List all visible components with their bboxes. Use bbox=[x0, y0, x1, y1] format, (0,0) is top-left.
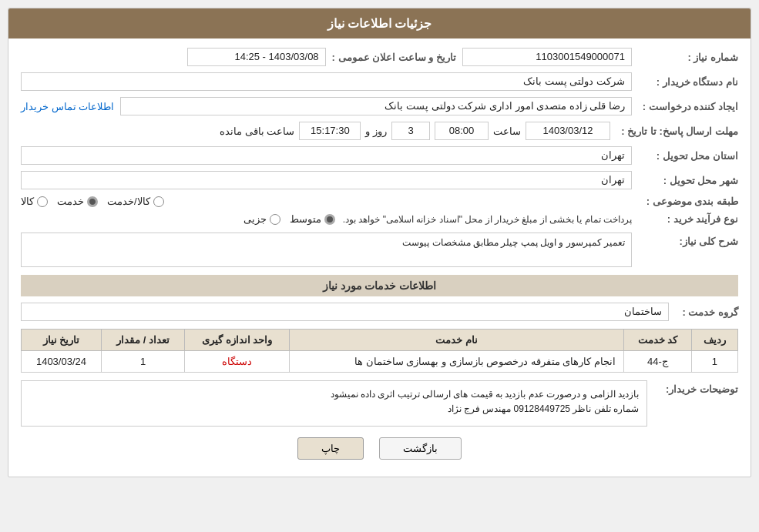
groupeKhadamat-label: گروه خدمت : bbox=[669, 306, 738, 318]
deadline-time-label: ساعت bbox=[493, 125, 521, 137]
button-row: بازگشت چاپ bbox=[21, 437, 738, 467]
contact-link[interactable]: اطلاعات تماس خریدار bbox=[21, 101, 114, 112]
radio-circle-kala bbox=[37, 196, 48, 207]
cell-vahed: دستگاه bbox=[185, 351, 289, 373]
taarikho-saaat-label: تاریخ و ساعت اعلان عمومی : bbox=[332, 52, 456, 63]
table-row: 1ج-44انجام کارهای متفرقه درخصوص بازسازی … bbox=[22, 351, 738, 373]
cell-kod: ج-44 bbox=[624, 351, 692, 373]
category-radio-group: کالا/خدمت خدمت کالا bbox=[21, 196, 632, 207]
services-table: ردیف کد خدمت نام خدمت واحد اندازه گیری ت… bbox=[21, 329, 738, 373]
col-name: نام خدمت bbox=[289, 330, 623, 351]
radio-circle-jozyi bbox=[270, 214, 280, 225]
radio-circle-khadamat bbox=[87, 196, 98, 207]
namDastgah-label: نام دستگاه خریدار : bbox=[638, 76, 738, 88]
farayand-note: پرداخت تمام یا بخشی از مبلغ خریدار از مح… bbox=[343, 214, 632, 225]
shahr-label: شهر محل تحویل : bbox=[638, 175, 738, 186]
cell-tedad: 1 bbox=[101, 351, 184, 373]
radio-kala[interactable]: کالا bbox=[21, 196, 48, 207]
radio-motavasset[interactable]: متوسط bbox=[290, 213, 335, 225]
groupeKhadamat-value: ساختمان bbox=[21, 303, 669, 321]
shahr-value: تهران bbox=[21, 171, 632, 189]
taarikho-saaat-value: 1403/03/08 - 14:25 bbox=[187, 48, 326, 66]
tarikhebandi-label: طبقه بندی موضوعی : bbox=[638, 196, 738, 207]
col-tedad: تعداد / مقدار bbox=[101, 330, 184, 351]
deadline-days-label: روز و bbox=[365, 125, 387, 137]
deadline-days: 3 bbox=[391, 122, 430, 140]
radio-label-kala: کالا bbox=[21, 196, 34, 207]
shomareNiaz-value: 1103001549000071 bbox=[462, 48, 632, 66]
shomareNiaz-label: شماره نیاز : bbox=[638, 52, 738, 63]
ijadKonande-label: ایجاد کننده درخواست : bbox=[638, 101, 738, 112]
cell-tarikh: 1403/03/24 bbox=[22, 351, 102, 373]
back-button[interactable]: بازگشت bbox=[379, 437, 462, 460]
radio-label-motavasset: متوسط bbox=[290, 213, 321, 225]
deadline-remaining-label: ساعت باقی مانده bbox=[220, 125, 294, 137]
ostan-value: تهران bbox=[21, 146, 632, 165]
col-vahed: واحد اندازه گیری bbox=[185, 330, 289, 351]
deadline-date: 1403/03/12 bbox=[526, 122, 610, 140]
radio-label-kala-khadamat: کالا/خدمت bbox=[107, 196, 150, 207]
noeFarayand-label: نوع فرآیند خرید : bbox=[638, 213, 738, 225]
ijadKonande-value: رضا قلی زاده متصدی امور اداری شرکت دولتی… bbox=[120, 97, 632, 115]
buyer-notes-value: بازدید الزامی و درصورت عدم بازدید به قیم… bbox=[21, 380, 647, 427]
buyer-notes-label: توضیحات خریدار: bbox=[653, 380, 738, 395]
cell-name: انجام کارهای متفرقه درخصوص بازسازی و بهس… bbox=[289, 351, 623, 373]
col-radif: ردیف bbox=[691, 330, 737, 351]
radio-jozyi[interactable]: جزیی bbox=[243, 213, 280, 225]
deadline-time: 08:00 bbox=[435, 122, 489, 140]
col-kod: کد خدمت bbox=[624, 330, 692, 351]
radio-kala-khadamat[interactable]: کالا/خدمت bbox=[107, 196, 164, 207]
deadline-remaining: 15:17:30 bbox=[299, 122, 361, 140]
print-button[interactable]: چاپ bbox=[297, 437, 364, 460]
groupeKhadamat-row: گروه خدمت : ساختمان bbox=[21, 303, 738, 321]
radio-circle-motavasset bbox=[324, 214, 335, 225]
cell-radif: 1 bbox=[691, 351, 737, 373]
services-table-container: ردیف کد خدمت نام خدمت واحد اندازه گیری ت… bbox=[21, 329, 738, 373]
radio-label-jozyi: جزیی bbox=[243, 213, 267, 225]
page-title: جزئیات اطلاعات نیاز bbox=[8, 8, 751, 38]
radio-circle-kala-khadamat bbox=[153, 196, 164, 207]
sharhKolli-label: شرح کلی نیاز: bbox=[638, 233, 738, 247]
namDastgah-value: شرکت دولتی پست بانک bbox=[21, 72, 632, 91]
mohlatErsalPasokh-label: مهلت ارسال پاسخ: تا تاریخ : bbox=[615, 125, 738, 137]
sharhKolli-value: تعمیر کمپرسور و اویل پمپ چیلر مطابق مشخص… bbox=[21, 233, 632, 267]
col-tarikh: تاریخ نیاز bbox=[22, 330, 102, 351]
radio-khadamat[interactable]: خدمت bbox=[57, 196, 98, 207]
radio-label-khadamat: خدمت bbox=[57, 196, 84, 207]
khadamat-section-header: اطلاعات خدمات مورد نیاز bbox=[21, 275, 738, 296]
ostan-label: استان محل تحویل : bbox=[638, 150, 738, 162]
